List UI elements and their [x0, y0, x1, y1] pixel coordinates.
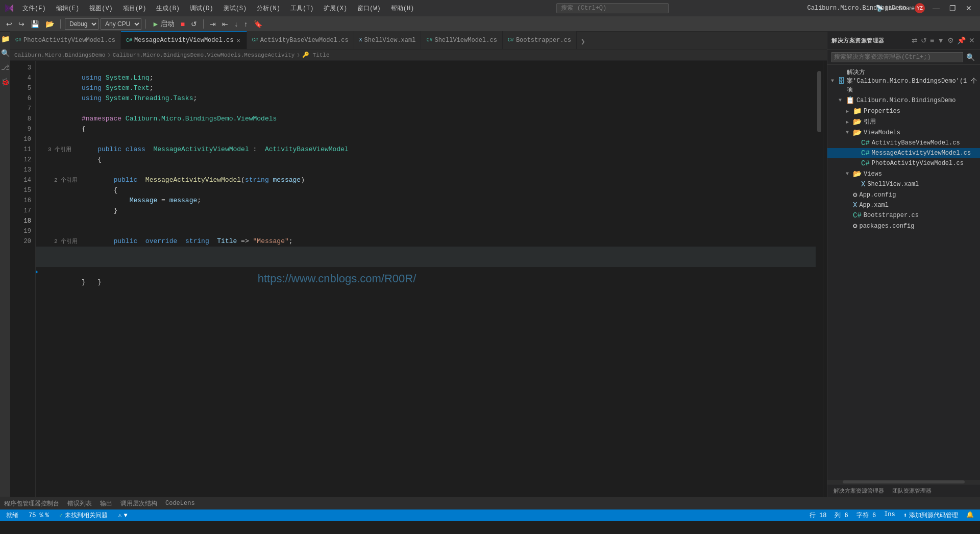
- panel-tab-callhierarchy[interactable]: 调用层次结构: [120, 498, 157, 509]
- status-warnings[interactable]: ⚠ ▼: [116, 509, 129, 521]
- menu-analyze[interactable]: 分析(N): [253, 2, 284, 15]
- code-line-17: public string Message { get; }: [36, 247, 816, 257]
- code-content[interactable]: using System.Linq; using System.Text; us…: [36, 61, 816, 497]
- se-search-input[interactable]: [831, 52, 963, 62]
- tab-message-viewmodel[interactable]: C# MessageActivityViewModel.cs ✕: [121, 31, 247, 49]
- status-ins[interactable]: Ins: [882, 511, 897, 518]
- menu-build[interactable]: 生成(B): [152, 2, 184, 15]
- se-close-btn[interactable]: ✕: [968, 35, 976, 45]
- play-icon: ►: [152, 20, 159, 28]
- panel-tab-output[interactable]: 输出: [100, 498, 112, 509]
- se-filter-btn[interactable]: ▼: [936, 35, 945, 45]
- activity-explore[interactable]: 📁: [0, 34, 10, 44]
- tree-photoactivityviewmodel[interactable]: C# PhotoActivityViewModel.cs: [827, 158, 980, 168]
- status-git-action[interactable]: ⬆ 添加到源代码管理: [901, 511, 960, 520]
- tree-viewmodels-folder[interactable]: ▼ 📂 ViewModels: [827, 127, 980, 138]
- tree-shellview[interactable]: X ShellView.xaml: [827, 179, 980, 189]
- status-ready[interactable]: 就绪: [4, 509, 20, 521]
- cpu-dropdown[interactable]: Any CPU: [101, 18, 141, 30]
- se-props-btn[interactable]: ⚙: [946, 35, 955, 45]
- restart-button[interactable]: ↺: [189, 19, 199, 29]
- open-button[interactable]: 📂: [43, 19, 56, 29]
- code-line-10: {: [36, 144, 816, 155]
- status-col[interactable]: 列 6: [832, 511, 850, 520]
- se-pin-btn[interactable]: 📌: [956, 35, 967, 45]
- tab-shellview[interactable]: X ShellView.xaml: [354, 31, 422, 49]
- bookmark-button[interactable]: 🔖: [252, 19, 264, 29]
- tree-messageactivityviewmodel[interactable]: C# MessageActivityViewModel.cs: [827, 148, 980, 158]
- tree-properties[interactable]: ▶ 📁 Properties: [827, 106, 980, 116]
- debug-config-dropdown[interactable]: Debug: [65, 18, 99, 30]
- toolbar-btn-3[interactable]: ↓: [232, 19, 240, 29]
- tree-appxaml[interactable]: X App.xaml: [827, 200, 980, 210]
- se-tab-team-explorer[interactable]: 团队资源管理器: [890, 486, 934, 496]
- menu-view[interactable]: 视图(V): [85, 2, 117, 15]
- tab-bootstrapper[interactable]: C# Bootstrapper.cs: [503, 31, 577, 49]
- menu-project[interactable]: 项目(P): [119, 2, 151, 15]
- path-project[interactable]: Caliburn.Micro.BindingsDemo: [14, 52, 105, 58]
- status-char[interactable]: 字符 6: [854, 511, 878, 520]
- panel-tab-nuget[interactable]: 程序包管理器控制台: [4, 498, 59, 509]
- undo-button[interactable]: ↩: [4, 19, 14, 29]
- menu-file[interactable]: 文件(F): [18, 2, 50, 15]
- activity-debug[interactable]: 🐞: [0, 77, 10, 87]
- editor-scrollbar[interactable]: [816, 61, 823, 497]
- menu-tools[interactable]: 工具(T): [286, 2, 318, 15]
- se-refresh-btn[interactable]: ↺: [920, 35, 928, 45]
- tabs-overflow-button[interactable]: ❯: [577, 34, 589, 49]
- code-line-9: 3 个引用: [36, 124, 816, 134]
- se-search-btn[interactable]: 🔍: [965, 52, 976, 62]
- menu-help[interactable]: 帮助(H): [387, 2, 419, 15]
- xaml-icon-1: X: [861, 180, 865, 188]
- save-button[interactable]: 💾: [29, 19, 41, 29]
- toolbar-btn-2[interactable]: ⇤: [220, 19, 230, 29]
- status-line[interactable]: 行 18: [807, 511, 829, 520]
- toolbar-btn-1[interactable]: ⇥: [208, 19, 218, 29]
- restore-button[interactable]: ❐: [945, 1, 960, 15]
- status-zoom[interactable]: 75 % %: [27, 509, 51, 521]
- menu-test[interactable]: 测试(S): [219, 2, 251, 15]
- tab-close-message[interactable]: ✕: [236, 36, 241, 45]
- path-symbol[interactable]: 🔑 Title: [302, 52, 330, 58]
- se-collapse-btn[interactable]: ≡: [929, 35, 935, 45]
- menu-window[interactable]: 窗口(W): [353, 2, 385, 15]
- tab-photo-viewmodel[interactable]: C# PhotoActivityViewModel.cs: [10, 31, 121, 49]
- tree-references[interactable]: ▶ 📂 引用: [827, 116, 980, 127]
- tree-appconfig[interactable]: ⚙ App.config: [827, 189, 980, 200]
- path-namespace[interactable]: Caliburn.Micro.BindingsDemo.ViewModels.M…: [113, 52, 295, 58]
- redo-button[interactable]: ↪: [16, 19, 27, 29]
- tab-base-viewmodel[interactable]: C# ActivityBaseViewModel.cs: [247, 31, 354, 49]
- se-tab-solution-explorer[interactable]: 解决方案资源管理器: [831, 486, 886, 496]
- activity-search[interactable]: 🔍: [0, 48, 10, 58]
- code-editor[interactable]: 3 4 5 6 7 8 9 10 11 12 13 14 15 16 17 18…: [10, 61, 827, 497]
- live-share-button[interactable]: 📡 Live Share: [872, 3, 919, 14]
- panel-tab-errors[interactable]: 错误列表: [67, 498, 92, 509]
- expand-placeholder-3: [852, 160, 859, 167]
- panel-tab-codelens[interactable]: CodeLens: [165, 499, 195, 508]
- tab-shellviewmodel[interactable]: C# ShellViewModel.cs: [421, 31, 502, 49]
- toolbar-btn-4[interactable]: ↑: [242, 19, 250, 29]
- activity-git[interactable]: ⎇: [0, 62, 10, 72]
- tree-solution[interactable]: ▼ 🗄 解决方案'Caliburn.Micro.BindingsDemo'(1 …: [827, 67, 980, 95]
- tree-packagesconfig[interactable]: ⚙ packages.config: [827, 221, 980, 231]
- menu-debug[interactable]: 调试(D): [186, 2, 217, 15]
- se-sync-btn[interactable]: ⇄: [911, 35, 919, 45]
- stop-button[interactable]: ■: [179, 19, 187, 29]
- tab-label-base: ActivityBaseViewModel.cs: [260, 37, 349, 44]
- tree-views-folder[interactable]: ▼ 📂 Views: [827, 168, 980, 179]
- start-button[interactable]: ► 启动: [150, 18, 177, 30]
- tree-bootstrapper[interactable]: C# Bootstrapper.cs: [827, 210, 980, 221]
- status-notification[interactable]: 🔔: [964, 511, 976, 519]
- minimize-button[interactable]: —: [929, 1, 943, 15]
- menu-extensions[interactable]: 扩展(X): [320, 2, 351, 15]
- tree-activitybaseviewmodel[interactable]: C# ActivityBaseViewModel.cs: [827, 138, 980, 148]
- scrollbar-thumb[interactable]: [817, 71, 821, 132]
- se-horizontal-scrollbar[interactable]: [827, 480, 980, 484]
- close-button[interactable]: ✕: [962, 1, 976, 15]
- se-tree[interactable]: ▼ 🗄 解决方案'Caliburn.Micro.BindingsDemo'(1 …: [827, 65, 980, 480]
- title-search-input[interactable]: [556, 3, 669, 13]
- code-line-20: [36, 277, 816, 287]
- tree-project[interactable]: ▼ 📋 Caliburn.Micro.BindingsDemo: [827, 95, 980, 106]
- status-check[interactable]: ✓ 未找到相关问题: [57, 509, 110, 521]
- menu-edit[interactable]: 编辑(E): [52, 2, 84, 15]
